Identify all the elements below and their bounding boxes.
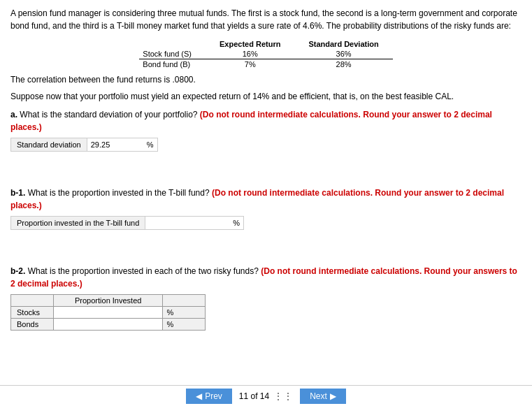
question-b2-label: b-2. What is the proportion invested in … — [10, 265, 522, 290]
col-header-std-dev: Standard Deviation — [294, 39, 392, 49]
stocks-value-cell — [54, 307, 163, 319]
bonds-row: Bonds % — [11, 319, 206, 331]
fund-table: Expected Return Standard Deviation Stock… — [139, 39, 392, 69]
tbill-unit: % — [229, 217, 243, 229]
page-info: 11 of 14 ⋮⋮ — [239, 391, 293, 402]
suppose-text: Suppose now that your portfolio must yie… — [10, 90, 522, 103]
tbill-label: Proportion invested in the T-bill fund — [11, 217, 145, 229]
bond-fund-return: 7% — [206, 59, 294, 70]
bond-fund-name: Bond fund (B) — [139, 59, 206, 70]
question-a-label: a. What is the standard deviation of you… — [10, 108, 522, 133]
bonds-label: Bonds — [11, 319, 54, 331]
question-a-block: a. What is the standard deviation of you… — [10, 108, 522, 152]
stock-fund-return: 16% — [206, 49, 294, 59]
question-b1-block: b-1. What is the proportion invested in … — [10, 187, 522, 230]
std-dev-unit: % — [143, 138, 157, 151]
proportion-col-unit — [163, 295, 206, 307]
bonds-unit: % — [163, 319, 206, 331]
prev-button[interactable]: ◀ Prev — [186, 389, 232, 404]
page-number: 11 of 14 — [239, 391, 269, 401]
proportion-col-name — [11, 295, 54, 307]
proportion-table: Proportion Invested Stocks % Bonds % — [10, 294, 206, 331]
bonds-value-cell — [54, 319, 163, 331]
question-b1-label: b-1. What is the proportion invested in … — [10, 187, 522, 212]
stock-fund-name: Stock fund (S) — [139, 49, 206, 59]
stocks-unit: % — [163, 307, 206, 319]
std-dev-input[interactable] — [87, 138, 143, 151]
col-header-name — [139, 39, 206, 49]
prev-icon: ◀ — [196, 391, 202, 401]
fund-table-section: Expected Return Standard Deviation Stock… — [10, 39, 522, 69]
stocks-input[interactable] — [58, 308, 121, 317]
grid-icon[interactable]: ⋮⋮ — [273, 391, 293, 402]
next-button[interactable]: Next ▶ — [300, 389, 346, 404]
next-label: Next — [310, 391, 327, 401]
bond-fund-std: 28% — [294, 59, 392, 70]
tbill-input-row: Proportion invested in the T-bill fund % — [10, 216, 244, 230]
stocks-label: Stocks — [11, 307, 54, 319]
tbill-input[interactable] — [145, 217, 229, 229]
question-b2-block: b-2. What is the proportion invested in … — [10, 265, 522, 331]
prev-label: Prev — [205, 391, 222, 401]
stocks-row: Stocks % — [11, 307, 206, 319]
std-dev-input-row: Standard deviation % — [10, 138, 158, 152]
stock-fund-std: 36% — [294, 49, 392, 59]
bottom-navigation: ◀ Prev 11 of 14 ⋮⋮ Next ▶ — [0, 385, 532, 406]
proportion-col-header: Proportion Invested — [54, 295, 163, 307]
next-icon: ▶ — [330, 391, 336, 401]
std-dev-label: Standard deviation — [11, 138, 87, 151]
intro-paragraph: A pension fund manager is considering th… — [10, 7, 522, 32]
bonds-input[interactable] — [58, 320, 121, 328]
col-header-expected-return: Expected Return — [206, 39, 294, 49]
correlation-text: The correlation between the fund returns… — [10, 75, 522, 85]
